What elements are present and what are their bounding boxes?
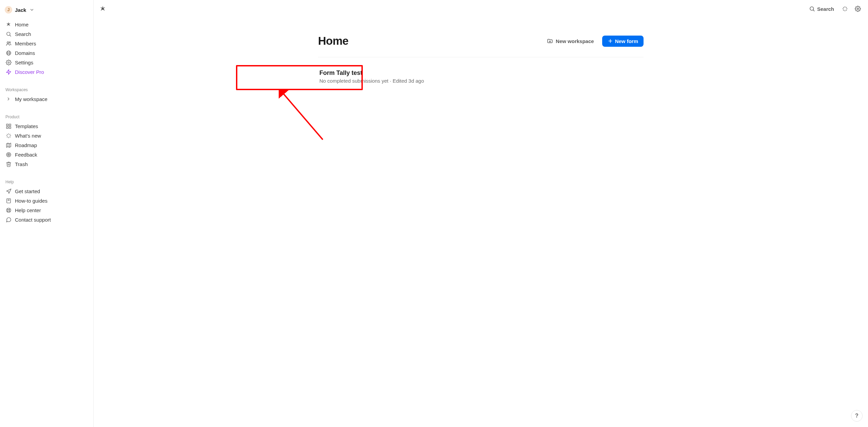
sidebar-item-domains[interactable]: Domains [3, 48, 91, 58]
sparkles-icon [5, 133, 12, 139]
product-heading: Product [3, 113, 91, 121]
svg-marker-8 [6, 69, 11, 74]
svg-rect-11 [6, 126, 8, 128]
sidebar-main-nav: Home Search Members Domains Settings [0, 18, 93, 78]
form-meta: No completed submissions yet · Edited 3d… [319, 78, 642, 84]
members-icon [5, 40, 12, 46]
sidebar-item-how-to-guides[interactable]: How-to guides [3, 196, 91, 205]
svg-line-28 [9, 208, 10, 209]
sidebar-item-label: Get started [15, 188, 40, 194]
sidebar-item-label: What's new [15, 133, 41, 139]
annotation-arrow [279, 89, 333, 150]
avatar: J [5, 6, 12, 14]
sidebar-item-label: Templates [15, 123, 38, 129]
logo-icon [99, 5, 106, 13]
button-label: New form [615, 38, 638, 44]
chevron-right-icon [5, 96, 12, 102]
sidebar-item-label: Settings [15, 60, 33, 65]
sidebar-item-label: How-to guides [15, 198, 47, 204]
help-icon: ? [855, 413, 859, 419]
settings-button[interactable] [853, 4, 863, 14]
sidebar-item-roadmap[interactable]: Roadmap [3, 140, 91, 150]
svg-line-27 [7, 211, 8, 212]
gear-icon [5, 59, 12, 65]
content: Home New workspace New form Form Tally t… [311, 35, 650, 84]
asterisk-icon [5, 21, 12, 27]
map-icon [5, 142, 12, 148]
search-icon [5, 31, 12, 37]
sidebar-item-members[interactable]: Members [3, 39, 91, 48]
svg-point-24 [7, 209, 9, 211]
svg-rect-12 [9, 126, 11, 128]
folder-plus-icon [547, 38, 553, 44]
sparkles-icon [842, 6, 848, 12]
button-label: New workspace [556, 38, 594, 44]
globe-icon [5, 50, 12, 56]
svg-line-30 [813, 10, 814, 11]
main: Search Home New workspace [94, 0, 868, 427]
svg-line-1 [9, 35, 11, 36]
chevron-down-icon [29, 7, 34, 12]
sidebar-item-label: Members [15, 41, 36, 46]
page-header: Home New workspace New form [318, 35, 644, 57]
sidebar-item-discover-pro[interactable]: Discover Pro [3, 67, 91, 77]
search-icon [809, 6, 815, 12]
chat-icon [5, 217, 12, 223]
svg-rect-10 [9, 124, 11, 126]
sidebar-item-my-workspace[interactable]: My workspace [3, 94, 91, 104]
svg-line-26 [9, 211, 10, 212]
svg-line-25 [7, 208, 8, 209]
svg-point-7 [8, 62, 9, 63]
new-workspace-button[interactable]: New workspace [544, 36, 597, 46]
sidebar-item-help-center[interactable]: Help center [3, 205, 91, 215]
trash-icon [5, 161, 12, 167]
sidebar-item-templates[interactable]: Templates [3, 121, 91, 131]
sidebar-item-contact-support[interactable]: Contact support [3, 215, 91, 224]
target-icon [5, 151, 12, 158]
svg-point-2 [7, 42, 8, 43]
form-card[interactable]: Form Tally test No completed submissions… [318, 69, 644, 84]
sidebar-item-label: Help center [15, 207, 41, 213]
sidebar-item-label: Discover Pro [15, 69, 44, 75]
ai-button[interactable] [840, 4, 850, 14]
sidebar-item-search[interactable]: Search [3, 29, 91, 39]
new-form-button[interactable]: New form [602, 36, 644, 47]
search-button[interactable]: Search [806, 4, 837, 13]
svg-marker-19 [6, 189, 11, 193]
form-title: Form Tally test [319, 69, 642, 77]
sidebar-item-feedback[interactable]: Feedback [3, 150, 91, 159]
sidebar-product: Product Templates What's new Roadmap Fee… [0, 112, 93, 170]
user-name: Jack [15, 7, 26, 13]
sidebar-workspaces: Workspaces My workspace [0, 85, 93, 105]
sidebar-item-label: Feedback [15, 152, 37, 158]
sidebar-item-home[interactable]: Home [3, 20, 91, 29]
plus-icon [608, 38, 613, 44]
workspaces-heading: Workspaces [3, 86, 91, 94]
svg-point-18 [8, 154, 9, 155]
svg-point-3 [9, 42, 11, 43]
user-menu[interactable]: J Jack [0, 4, 93, 18]
gear-icon [855, 6, 861, 12]
svg-point-31 [857, 8, 859, 10]
sidebar-item-label: Search [15, 31, 31, 37]
lightning-icon [5, 69, 12, 75]
sidebar-item-label: Domains [15, 50, 35, 56]
book-icon [5, 198, 12, 204]
svg-line-36 [282, 92, 323, 140]
svg-rect-9 [6, 124, 8, 126]
search-label: Search [817, 6, 834, 12]
sidebar-item-get-started[interactable]: Get started [3, 186, 91, 196]
help-heading: Help [3, 178, 91, 186]
sidebar-help: Help Get started How-to guides Help cent… [0, 177, 93, 226]
templates-icon [5, 123, 12, 129]
sidebar-item-trash[interactable]: Trash [3, 159, 91, 169]
sidebar-item-whats-new[interactable]: What's new [3, 131, 91, 140]
sidebar-item-settings[interactable]: Settings [3, 58, 91, 67]
sidebar: J Jack Home Search Members [0, 0, 94, 427]
sidebar-item-label: Contact support [15, 217, 51, 223]
lifebuoy-icon [5, 207, 12, 213]
sidebar-item-label: My workspace [15, 96, 47, 102]
help-fab[interactable]: ? [851, 410, 863, 422]
navigation-icon [5, 188, 12, 194]
sidebar-item-label: Roadmap [15, 142, 37, 148]
